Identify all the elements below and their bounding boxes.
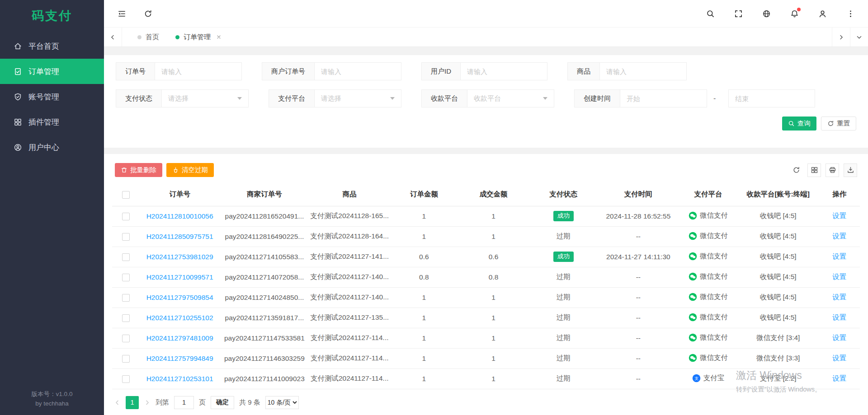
notifications-bell-icon[interactable] bbox=[789, 9, 799, 19]
order-id-link[interactable]: H2024112757994849 bbox=[146, 354, 213, 362]
pay-platform-select[interactable]: 请选择 bbox=[315, 89, 401, 107]
pay-time-cell: -- bbox=[597, 368, 679, 389]
row-settings-link[interactable]: 设置 bbox=[832, 212, 846, 219]
row-checkbox[interactable] bbox=[122, 355, 130, 363]
page-unit-label: 页 bbox=[199, 398, 206, 407]
sidebar-item-label: 订单管理 bbox=[28, 66, 59, 77]
row-settings-link[interactable]: 设置 bbox=[832, 374, 846, 382]
select-placeholder: 请选择 bbox=[168, 94, 189, 103]
tab-close-icon[interactable] bbox=[216, 34, 222, 40]
fullscreen-icon[interactable] bbox=[733, 9, 743, 19]
tabs-scroll-left-button[interactable] bbox=[104, 28, 122, 47]
batch-delete-button[interactable]: 批量删除 bbox=[115, 163, 162, 177]
row-checkbox[interactable] bbox=[122, 233, 130, 241]
product-cell: 支付测试20241128-165... bbox=[309, 206, 391, 226]
user-id-input[interactable] bbox=[461, 62, 547, 80]
receiver-cell: 收钱吧 [4:5] bbox=[737, 287, 819, 308]
platform-cell: 支 支付宝 bbox=[692, 373, 725, 383]
page-jump-confirm-button[interactable]: 确定 bbox=[211, 396, 234, 409]
select-all-checkbox[interactable] bbox=[122, 191, 130, 199]
order-id-link[interactable]: H2024112797509854 bbox=[146, 294, 213, 301]
row-checkbox[interactable] bbox=[122, 294, 130, 302]
date-start-input[interactable] bbox=[620, 89, 707, 107]
sidebar-item-order-management[interactable]: 订单管理 bbox=[0, 59, 104, 84]
export-download-icon[interactable] bbox=[844, 163, 857, 177]
date-end-input[interactable] bbox=[728, 89, 815, 107]
platform-cell: 支 微信支付 bbox=[689, 312, 728, 322]
col-pay-status: 支付状态 bbox=[529, 183, 598, 206]
order-id-link[interactable]: H2024112753981029 bbox=[146, 253, 213, 261]
date-range-separator: - bbox=[713, 94, 716, 103]
reset-button[interactable]: 重置 bbox=[821, 117, 856, 131]
home-icon bbox=[14, 42, 22, 51]
order-table-panel: 批量删除 清空过期 bbox=[104, 154, 868, 415]
row-settings-link[interactable]: 设置 bbox=[832, 334, 846, 341]
page-jump-input[interactable] bbox=[174, 396, 194, 409]
row-checkbox[interactable] bbox=[122, 375, 130, 383]
table-row: H2024112710099571 pay2024112714072058...… bbox=[112, 267, 860, 287]
pay-status-select[interactable]: 请选择 bbox=[162, 89, 249, 107]
product-cell: 支付测试20241127-114... bbox=[309, 328, 391, 348]
merchant-order-cell: pay2024112714024850... bbox=[220, 287, 309, 308]
tabbar: 首页 订单管理 bbox=[104, 27, 868, 47]
row-checkbox[interactable] bbox=[122, 253, 130, 261]
order-id-link[interactable]: H2024112797481009 bbox=[146, 334, 213, 342]
status-badge: 过期 bbox=[557, 334, 571, 341]
next-page-button[interactable] bbox=[144, 399, 151, 406]
refresh-page-icon[interactable] bbox=[143, 9, 153, 19]
order-id-link[interactable]: H2024112710255102 bbox=[146, 314, 213, 322]
row-settings-link[interactable]: 设置 bbox=[832, 252, 846, 260]
table-row: H2024112850975751 pay2024112816490225...… bbox=[112, 226, 860, 247]
order-icon bbox=[14, 67, 22, 76]
version-info: 版本号：v1.0.0 by techhaha bbox=[0, 389, 104, 409]
row-settings-link[interactable]: 设置 bbox=[832, 273, 846, 280]
sidebar-item-account-management[interactable]: 账号管理 bbox=[0, 84, 104, 109]
more-options-icon[interactable] bbox=[845, 9, 855, 19]
sidebar-item-plugin-management[interactable]: 插件管理 bbox=[0, 109, 104, 135]
merchant-order-id-input[interactable] bbox=[315, 62, 401, 80]
content-area: 订单号 商户订单号 用户ID 商品 bbox=[104, 47, 868, 415]
platform-cell: 支 微信支付 bbox=[689, 211, 728, 220]
prev-page-button[interactable] bbox=[114, 399, 121, 406]
tab-order-management[interactable]: 订单管理 bbox=[167, 28, 230, 47]
order-id-link[interactable]: H2024112710099571 bbox=[146, 273, 213, 281]
tabs-menu-button[interactable] bbox=[850, 28, 868, 47]
status-badge: 成功 bbox=[553, 211, 574, 221]
row-settings-link[interactable]: 设置 bbox=[832, 354, 846, 362]
clear-expired-button[interactable]: 清空过期 bbox=[166, 163, 214, 177]
sidebar-menu: 平台首页 订单管理 账号管理 插件管理 用户中心 bbox=[0, 33, 104, 160]
order-id-input[interactable] bbox=[155, 62, 242, 80]
search-icon[interactable] bbox=[705, 9, 715, 19]
wechat-pay-icon bbox=[689, 313, 697, 322]
merchant-order-cell: pay2024112714072058... bbox=[220, 267, 309, 287]
order-id-link[interactable]: H2024112850975751 bbox=[146, 233, 213, 240]
sidebar-item-platform-home[interactable]: 平台首页 bbox=[0, 33, 104, 59]
receive-platform-select[interactable]: 收款平台 bbox=[467, 89, 554, 107]
print-icon[interactable] bbox=[826, 163, 839, 177]
platform-cell: 支 微信支付 bbox=[689, 292, 728, 302]
row-checkbox[interactable] bbox=[122, 213, 130, 220]
per-page-select[interactable]: 10 条/页 bbox=[265, 396, 299, 409]
magnifier-icon bbox=[788, 120, 795, 127]
row-settings-link[interactable]: 设置 bbox=[832, 293, 846, 301]
row-checkbox[interactable] bbox=[122, 274, 130, 281]
product-input[interactable] bbox=[600, 62, 687, 80]
search-button[interactable]: 查询 bbox=[782, 117, 816, 131]
column-filter-grid-icon[interactable] bbox=[807, 163, 821, 177]
receiver-cell: 收钱吧 [4:5] bbox=[737, 267, 819, 287]
current-page-button[interactable]: 1 bbox=[126, 396, 139, 409]
row-checkbox[interactable] bbox=[122, 314, 130, 322]
row-settings-link[interactable]: 设置 bbox=[832, 232, 846, 240]
language-globe-icon[interactable] bbox=[761, 9, 771, 19]
collapse-sidebar-icon[interactable] bbox=[117, 9, 127, 19]
order-id-link[interactable]: H2024112710253101 bbox=[146, 375, 213, 382]
sidebar-item-user-center[interactable]: 用户中心 bbox=[0, 135, 104, 160]
filter-user-id: 用户ID bbox=[421, 62, 547, 80]
user-avatar-icon[interactable] bbox=[817, 9, 827, 19]
row-settings-link[interactable]: 设置 bbox=[832, 313, 846, 321]
tab-home[interactable]: 首页 bbox=[129, 28, 167, 47]
table-refresh-icon[interactable] bbox=[789, 163, 803, 177]
tabs-scroll-right-button[interactable] bbox=[832, 28, 850, 47]
order-id-link[interactable]: H2024112810010056 bbox=[146, 212, 213, 220]
row-checkbox[interactable] bbox=[122, 335, 130, 342]
